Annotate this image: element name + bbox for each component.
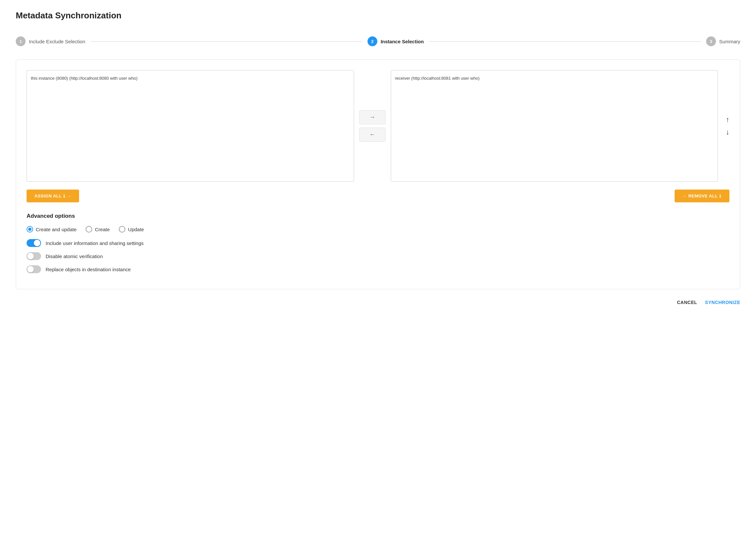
- main-card: this instance (8080) (http://localhost:8…: [16, 59, 740, 289]
- step-3-label: Summary: [719, 39, 740, 44]
- sort-up-button[interactable]: ↑: [726, 116, 729, 123]
- toggle-disable-atomic-knob: [27, 253, 34, 260]
- synchronize-button[interactable]: SYNCHRONIZE: [705, 300, 740, 305]
- toggle-replace-objects-row: Replace objects in destination instance: [27, 265, 729, 273]
- radio-create-and-update-circle: [27, 226, 33, 233]
- step-1: 1 Include Exclude Selection: [16, 36, 85, 46]
- toggle-disable-atomic-row: Disable atomic verification: [27, 252, 729, 260]
- sort-down-button[interactable]: ↓: [726, 129, 729, 136]
- transfer-buttons: → ←: [359, 110, 386, 142]
- radio-create[interactable]: Create: [86, 226, 110, 233]
- toggle-replace-objects[interactable]: [27, 265, 41, 273]
- right-instance-label: receiver (http://localhost:8081 with use…: [395, 74, 714, 83]
- advanced-options: Advanced options Create and update Creat…: [27, 213, 729, 273]
- stepper: 1 Include Exclude Selection 2 Instance S…: [16, 36, 740, 46]
- toggle-replace-objects-label: Replace objects in destination instance: [46, 267, 131, 272]
- step-line-1: [91, 41, 362, 42]
- toggle-include-user-row: Include user information and sharing set…: [27, 239, 729, 247]
- radio-create-circle: [86, 226, 92, 233]
- step-line-2: [429, 41, 701, 42]
- radio-update-label: Update: [128, 227, 144, 232]
- forward-arrow-icon: →: [369, 114, 375, 120]
- transfer-back-button[interactable]: ←: [359, 128, 386, 142]
- step-2-circle: 2: [367, 36, 377, 46]
- radio-update[interactable]: Update: [119, 226, 144, 233]
- toggle-include-user[interactable]: [27, 239, 41, 247]
- remove-all-button[interactable]: ← REMOVE ALL 1: [675, 190, 729, 202]
- step-3: 3 Summary: [706, 36, 740, 46]
- transfer-forward-button[interactable]: →: [359, 110, 386, 124]
- instances-row: this instance (8080) (http://localhost:8…: [27, 70, 729, 182]
- right-instance-panel[interactable]: receiver (http://localhost:8081 with use…: [391, 70, 718, 182]
- radio-create-and-update[interactable]: Create and update: [27, 226, 76, 233]
- step-1-label: Include Exclude Selection: [29, 39, 85, 44]
- toggle-disable-atomic[interactable]: [27, 252, 41, 260]
- radio-group: Create and update Create Update: [27, 226, 729, 233]
- step-2-label: Instance Selection: [381, 39, 424, 44]
- step-1-circle: 1: [16, 36, 26, 46]
- sort-buttons: ↑ ↓: [726, 116, 729, 136]
- back-arrow-icon: ←: [369, 131, 375, 138]
- advanced-options-title: Advanced options: [27, 213, 729, 220]
- action-buttons-row: ASSIGN ALL 1 → ← REMOVE ALL 1: [27, 190, 729, 202]
- up-arrow-icon: ↑: [726, 116, 729, 124]
- toggle-include-user-label: Include user information and sharing set…: [46, 241, 144, 246]
- radio-create-label: Create: [95, 227, 110, 232]
- toggle-disable-atomic-label: Disable atomic verification: [46, 254, 103, 259]
- cancel-button[interactable]: CANCEL: [677, 300, 697, 305]
- page-title: Metadata Synchronization: [16, 11, 740, 21]
- toggle-include-user-knob: [34, 240, 40, 246]
- left-instance-label: this instance (8080) (http://localhost:8…: [31, 74, 350, 83]
- down-arrow-icon: ↓: [726, 128, 729, 136]
- left-instance-panel[interactable]: this instance (8080) (http://localhost:8…: [27, 70, 354, 182]
- step-2: 2 Instance Selection: [367, 36, 424, 46]
- radio-update-circle: [119, 226, 125, 233]
- step-3-circle: 3: [706, 36, 716, 46]
- radio-create-and-update-label: Create and update: [36, 227, 76, 232]
- toggle-replace-objects-knob: [27, 266, 34, 273]
- footer-buttons: CANCEL SYNCHRONIZE: [16, 300, 740, 305]
- assign-all-button[interactable]: ASSIGN ALL 1 →: [27, 190, 79, 202]
